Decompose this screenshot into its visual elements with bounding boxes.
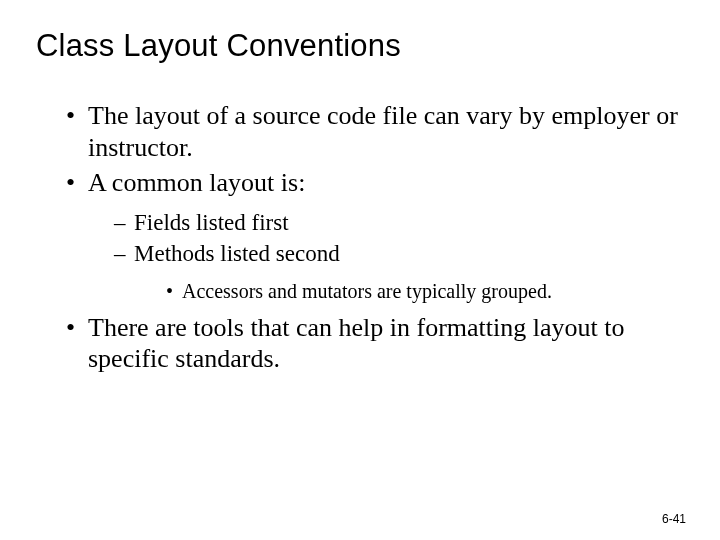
bullet-list: The layout of a source code file can var…	[36, 100, 684, 375]
sub-bullet-list: Fields listed first Methods listed secon…	[88, 209, 684, 304]
bullet-item: A common layout is: Fields listed first …	[66, 167, 684, 303]
bullet-text: A common layout is:	[88, 168, 305, 197]
sub-bullet-text: Fields listed first	[134, 210, 289, 235]
sub-bullet-text: Methods listed second	[134, 241, 340, 266]
bullet-item: The layout of a source code file can var…	[66, 100, 684, 163]
sub-bullet-item: Fields listed first	[114, 209, 684, 238]
slide-title: Class Layout Conventions	[36, 28, 684, 64]
slide: Class Layout Conventions The layout of a…	[0, 0, 720, 540]
bullet-item: There are tools that can help in formatt…	[66, 312, 684, 375]
subsub-bullet-item: Accessors and mutators are typically gro…	[166, 279, 684, 304]
subsub-bullet-text: Accessors and mutators are typically gro…	[182, 280, 552, 302]
bullet-text: There are tools that can help in formatt…	[88, 313, 624, 374]
slide-number: 6-41	[662, 512, 686, 526]
sub-bullet-item: Methods listed second Accessors and muta…	[114, 240, 684, 304]
subsub-bullet-list: Accessors and mutators are typically gro…	[134, 279, 684, 304]
bullet-text: The layout of a source code file can var…	[88, 101, 678, 162]
